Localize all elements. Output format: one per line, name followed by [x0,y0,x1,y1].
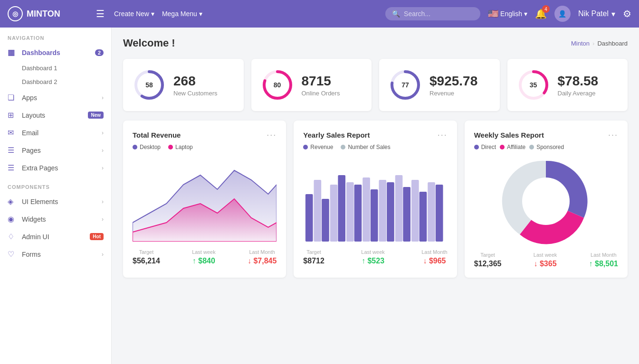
stat-cards: 58 268 New Customers 80 8715 [123,59,628,111]
stat-desc-online-orders: Online Orders [302,90,340,97]
sidebar-item-dashboard1[interactable]: Dashboard 1 [0,61,111,75]
bell-badge: 4 [542,5,550,13]
hamburger-icon[interactable]: ☰ [96,8,105,19]
stat-desc-daily: Daily Average [558,90,599,97]
chart-row: Total Revenue ··· Desktop Laptop [123,121,628,278]
layouts-icon: ⊞ [8,111,17,120]
sidebar-item-extra-pages[interactable]: ☰ Extra Pages › [0,159,111,177]
footer-lastmonth-label: Last Month [248,249,277,255]
svg-rect-15 [346,182,354,242]
new-customers-ring: 58 [133,68,166,102]
legend-affiliate: Affiliate [500,144,525,150]
weekly-sales-menu[interactable]: ··· [608,130,618,140]
layouts-badge-new: New [88,112,104,119]
sidebar-item-email[interactable]: ✉ Email › [0,124,111,141]
create-new-chevron: ▾ [151,10,154,18]
layouts-label: Layouts [22,112,83,119]
stat-info-daily-average: $78.58 Daily Average [558,74,599,97]
top-navbar: ◎ MINTON ☰ Create New ▾ Mega Menu ▾ 🔍 🇺🇸… [0,0,639,28]
legend-dot-laptop [168,145,173,149]
main-layout: NAVIGATION ▦ Dashboards 2 Dashboard 1 Da… [0,28,639,364]
admin-ui-badge-hot: Hot [90,233,104,240]
svg-rect-13 [330,185,338,242]
svg-rect-14 [338,175,346,242]
weekly-sales-header: Weekly Sales Report ··· [474,130,618,140]
main-content: Welcome ! Minton › Dashboard 58 268 [112,28,639,364]
extra-pages-icon: ☰ [8,163,17,172]
admin-ui-icon: ♢ [8,232,17,241]
sidebar-item-apps[interactable]: ❏ Apps › [0,89,111,106]
weekly-sales-footer: Target $12,365 Last week ↓ $365 Last Mon… [474,252,618,268]
search-bar[interactable]: 🔍 [385,7,480,20]
weekly-sales-card: Weekly Sales Report ··· Direct Affiliate… [465,121,628,278]
ui-elements-chevron: › [102,198,104,205]
pie-chart-svg [501,156,591,246]
daily-average-ring: 35 [517,68,550,102]
create-new-button[interactable]: Create New ▾ [114,10,154,18]
stat-card-online-orders: 80 8715 Online Orders [251,59,372,111]
mega-menu-chevron: ▾ [199,10,202,18]
breadcrumb-row: Welcome ! Minton › Dashboard [123,37,628,49]
search-input[interactable] [404,10,470,18]
user-menu[interactable]: Nik Patel ▾ [578,9,615,19]
ws-footer-target: Target $12,365 [474,252,502,268]
footer-lastmonth: Last Month ↓ $7,845 [248,249,277,265]
sidebar-item-layouts[interactable]: ⊞ Layouts New [0,106,111,124]
sidebar-item-forms[interactable]: ♡ Forms › [0,245,111,263]
yearly-sales-title: Yearly Sales Report [303,131,370,139]
total-revenue-menu[interactable]: ··· [267,130,277,140]
notifications-bell[interactable]: 🔔 4 [535,8,547,19]
total-revenue-footer: Target $56,214 Last week ↑ $840 Last Mon… [133,249,277,265]
ui-elements-icon: ◈ [8,197,17,206]
legend-label-revenue: Revenue [310,144,333,150]
sidebar: NAVIGATION ▦ Dashboards 2 Dashboard 1 Da… [0,28,112,364]
stat-card-revenue: 77 $925.78 Revenue [379,59,500,111]
svg-rect-25 [428,182,436,242]
legend-dot-direct [474,145,479,149]
ys-footer-target: Target $8712 [303,249,324,265]
sidebar-item-dashboard2[interactable]: Dashboard 2 [0,75,111,89]
extra-pages-label: Extra Pages [22,164,97,172]
pages-label: Pages [22,147,97,154]
svg-rect-24 [420,192,427,242]
ys-footer-lastweek: Last week ↑ $523 [361,249,385,265]
total-revenue-title: Total Revenue [133,131,181,139]
stat-card-new-customers: 58 268 New Customers [123,59,244,111]
footer-lastweek: Last week ↑ $840 [192,249,216,265]
avatar: 👤 [554,6,571,22]
up-arrow: ↑ [192,257,196,265]
dashboard2-label: Dashboard 2 [22,78,57,85]
dashboards-icon: ▦ [8,48,17,57]
stat-num-268: 268 [173,74,217,89]
gear-icon[interactable]: ⚙ [623,8,631,19]
sidebar-item-admin-ui[interactable]: ♢ Admin UI Hot [0,228,111,245]
dashboards-badge: 2 [95,49,104,56]
extra-pages-chevron: › [102,165,104,171]
svg-rect-18 [371,189,378,242]
footer-lastmonth-val: ↓ $7,845 [248,257,277,265]
admin-ui-label: Admin UI [22,233,85,241]
sidebar-item-widgets[interactable]: ◉ Widgets › [0,210,111,228]
svg-rect-20 [387,182,394,242]
breadcrumb-home[interactable]: Minton [571,40,590,47]
language-selector[interactable]: 🇺🇸 English ▾ [488,9,527,19]
flag-icon: 🇺🇸 [488,9,498,19]
legend-label-laptop: Laptop [175,144,193,150]
forms-label: Forms [22,251,97,258]
svg-rect-10 [305,194,313,242]
ring-label-80: 80 [274,81,281,89]
sidebar-item-pages[interactable]: ☰ Pages › [0,141,111,159]
ring-label-35: 35 [530,81,537,89]
search-icon: 🔍 [392,10,400,18]
nav-section-label: NAVIGATION [0,28,111,44]
sidebar-item-dashboards[interactable]: ▦ Dashboards 2 [0,44,111,61]
yearly-sales-menu[interactable]: ··· [438,130,448,140]
sidebar-item-ui-elements[interactable]: ◈ UI Elements › [0,193,111,210]
mega-menu-button[interactable]: Mega Menu ▾ [162,10,202,18]
legend-sponsored: Sponsored [529,144,564,150]
svg-rect-23 [411,180,419,242]
svg-rect-16 [354,185,362,242]
legend-dot-num-sales [341,145,345,149]
brand-name: MINTON [27,9,60,19]
ring-label-58: 58 [145,81,153,89]
